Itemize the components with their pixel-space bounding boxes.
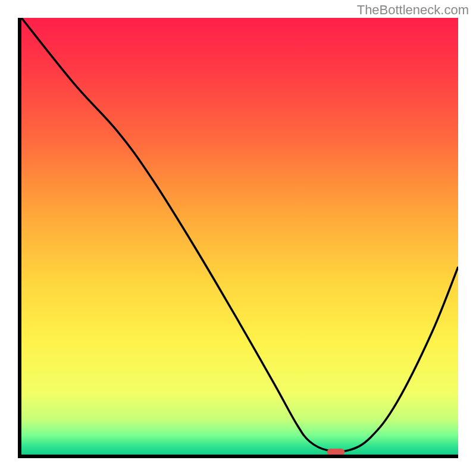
bottleneck-curve	[21, 18, 458, 452]
plot-area	[18, 18, 458, 458]
optimum-marker	[327, 449, 345, 455]
watermark-text: TheBottleneck.com	[357, 2, 469, 18]
chart-container: TheBottleneck.com	[0, 0, 476, 476]
curve-layer	[21, 18, 458, 455]
